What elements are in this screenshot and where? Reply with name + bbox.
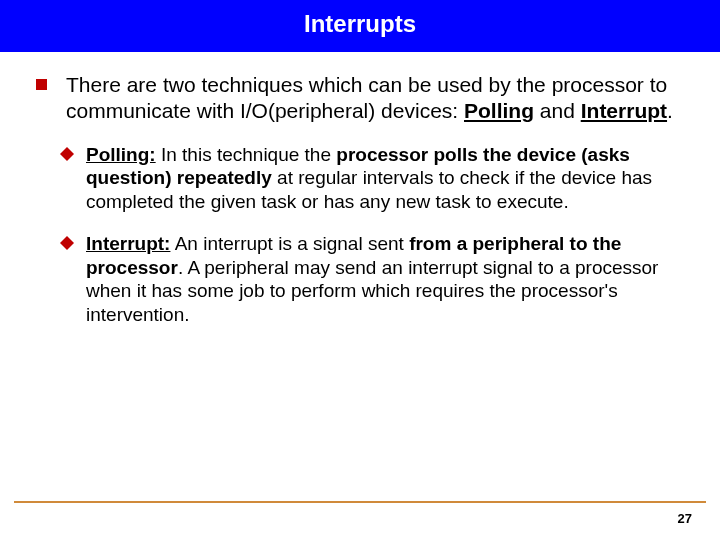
- diamond-bullet-icon: [60, 236, 74, 250]
- slide-footer: 27: [0, 501, 720, 526]
- interrupt-item: Interrupt: An interrupt is a signal sent…: [60, 232, 698, 327]
- polling-label: Polling:: [86, 144, 156, 165]
- interrupt-pre: An interrupt is a signal sent: [170, 233, 409, 254]
- svg-marker-1: [60, 236, 74, 250]
- intro-text-post: .: [667, 99, 673, 122]
- polling-item: Polling: In this technique the processor…: [60, 143, 698, 214]
- square-bullet-icon: [36, 79, 47, 90]
- slide-body: There are two techniques which can be us…: [0, 52, 720, 540]
- slide: Interrupts There are two techniques whic…: [0, 0, 720, 540]
- keyword-polling: Polling: [464, 99, 534, 122]
- diamond-bullet-icon: [60, 147, 74, 161]
- slide-title: Interrupts: [0, 0, 720, 52]
- keyword-interrupt: Interrupt: [581, 99, 667, 122]
- footer-rule: [14, 501, 706, 503]
- svg-marker-0: [60, 147, 74, 161]
- interrupt-label: Interrupt:: [86, 233, 170, 254]
- intro-paragraph: There are two techniques which can be us…: [36, 72, 698, 125]
- polling-pre: In this technique the: [156, 144, 337, 165]
- page-number: 27: [0, 511, 720, 526]
- intro-text-mid: and: [534, 99, 581, 122]
